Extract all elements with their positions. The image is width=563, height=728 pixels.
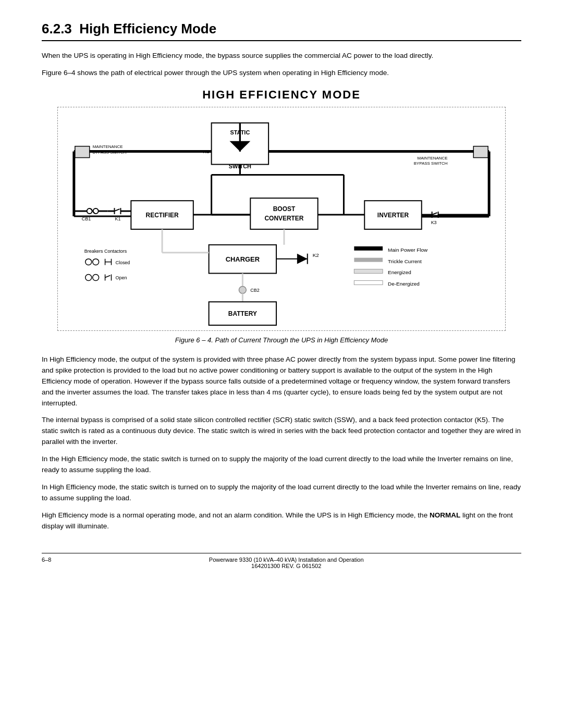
svg-text:CONVERTER: CONVERTER [265, 215, 304, 222]
svg-text:CB2: CB2 [250, 288, 259, 293]
svg-line-29 [114, 209, 119, 211]
svg-line-44 [432, 213, 437, 215]
svg-text:CHARGER: CHARGER [226, 255, 260, 263]
footer-page: 6–8 [42, 557, 51, 569]
svg-text:Trickle Current: Trickle Current [388, 258, 422, 264]
figure-caption: Figure 6 – 4. Path of Current Through th… [42, 336, 521, 344]
svg-text:BYPASS SWITCH: BYPASS SWITCH [414, 161, 448, 166]
footer: 6–8 Powerware 9330 (10 kVA–40 kVA) Insta… [42, 553, 521, 569]
body-para-2: The internal bypass is comprised of a so… [42, 415, 521, 448]
svg-text:BYPASS SWITCH: BYPASS SWITCH [93, 150, 127, 154]
section-title: 6.2.3 High Efficiency Mode [42, 21, 521, 41]
section-heading: High Efficiency Mode [79, 21, 216, 36]
svg-rect-76 [354, 280, 383, 285]
body-para-5: High Efficiency mode is a normal operati… [42, 510, 521, 532]
svg-text:De-Energized: De-Energized [388, 281, 420, 287]
svg-point-65 [239, 286, 246, 293]
svg-text:INVERTER: INVERTER [377, 212, 409, 219]
diagram-svg: STATIC SWITCH K5 MAINTENANCE BYPASS SWIT… [58, 107, 505, 330]
svg-text:K1: K1 [115, 216, 120, 221]
svg-rect-35 [250, 198, 317, 229]
svg-text:Main Power Flow: Main Power Flow [388, 247, 428, 253]
body-para-1: In High Efficiency mode, the output of t… [42, 354, 521, 409]
svg-marker-58 [297, 254, 308, 264]
svg-text:BOOST: BOOST [273, 205, 296, 213]
svg-text:Energized: Energized [388, 269, 411, 275]
section-number: 6.2.3 [42, 21, 72, 36]
svg-text:K2: K2 [313, 252, 320, 258]
svg-text:Closed: Closed [115, 260, 130, 265]
svg-text:CB1: CB1 [82, 216, 91, 221]
svg-point-79 [85, 258, 92, 265]
diagram-outer: STATIC SWITCH K5 MAINTENANCE BYPASS SWIT… [57, 107, 506, 331]
svg-text:BATTERY: BATTERY [228, 310, 257, 317]
body-para-3: In the High Efficiency mode, the static … [42, 454, 521, 476]
svg-text:RECTIFIER: RECTIFIER [146, 212, 179, 219]
footer-doc-title: Powerware 9330 (10 kVA–40 kVA) Installat… [209, 557, 364, 563]
footer-doc-info: Powerware 9330 (10 kVA–40 kVA) Installat… [51, 557, 521, 569]
svg-rect-17 [75, 146, 90, 157]
intro-para-1: When the UPS is operating in High Effici… [42, 51, 521, 61]
svg-text:MAINTENANCE: MAINTENANCE [418, 155, 448, 160]
svg-text:K3: K3 [431, 220, 437, 225]
svg-rect-74 [354, 269, 383, 273]
svg-point-86 [93, 274, 99, 280]
svg-line-89 [105, 275, 111, 277]
svg-rect-72 [354, 257, 383, 262]
svg-point-80 [93, 258, 99, 265]
svg-rect-70 [354, 246, 383, 251]
svg-text:Breakers  Contactors: Breakers Contactors [84, 249, 127, 254]
footer-doc-number: 164201300 REV. G 061502 [251, 563, 321, 569]
svg-text:MAINTENANCE: MAINTENANCE [93, 144, 123, 149]
diagram-wrapper: HIGH EFFICIENCY MODE STATIC SWITCH K5 [42, 88, 521, 344]
svg-point-85 [85, 274, 92, 280]
svg-rect-47 [473, 146, 488, 157]
svg-text:Open: Open [115, 275, 127, 280]
intro-para-2: Figure 6–4 shows the path of electrical … [42, 68, 521, 79]
body-para-4: In High Efficiency mode, the static swit… [42, 482, 521, 504]
diagram-title: HIGH EFFICIENCY MODE [42, 88, 521, 102]
